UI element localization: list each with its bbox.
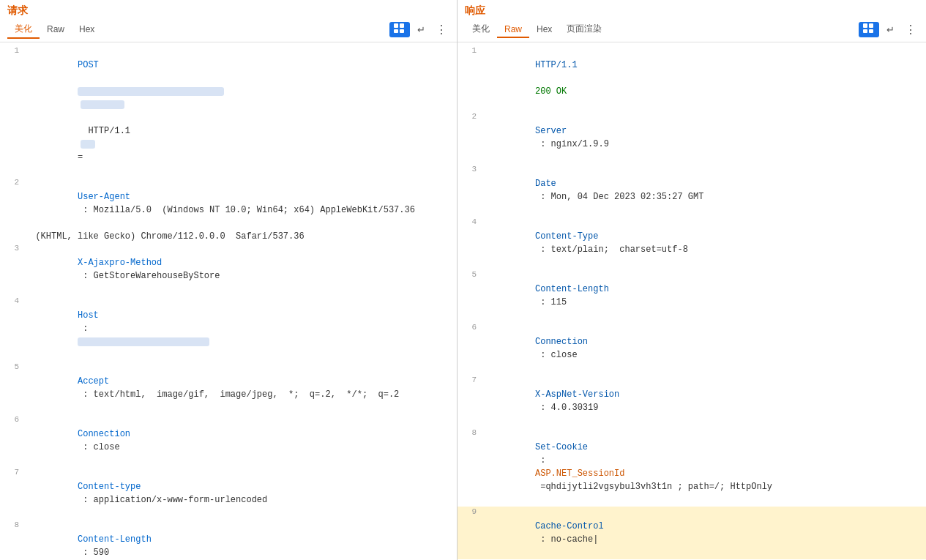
table-row: 6 Connection : close: [458, 322, 926, 375]
table-row: 8 Set-Cookie : ASP.NET_SessionId =qhdijy…: [458, 428, 926, 507]
svg-rect-3: [400, 29, 404, 33]
left-menu-button[interactable]: ⋮: [433, 21, 449, 38]
left-tab-raw[interactable]: Raw: [40, 22, 72, 38]
right-tab-bar: 美化 Raw Hex 页面渲染 ↵ ⋮: [465, 20, 919, 39]
table-row: 8 Content-Length : 590: [0, 520, 457, 560]
format-icon: [394, 23, 406, 34]
left-panel-title: 请求: [7, 4, 449, 18]
table-row: 1 POST HTTP/1.1 =: [0, 45, 457, 177]
main-container: 请求 美化 Raw Hex ↵ ⋮: [0, 0, 926, 560]
right-tab-beautify[interactable]: 美化: [465, 20, 497, 39]
left-tab-actions: ↵ ⋮: [389, 21, 449, 38]
svg-rect-2: [394, 29, 398, 33]
svg-rect-6: [863, 29, 867, 33]
left-tab-bar: 美化 Raw Hex ↵ ⋮: [7, 20, 449, 39]
right-code-area[interactable]: 1 HTTP/1.1 200 OK 2 Server : nginx/1.9.9…: [458, 42, 926, 560]
left-tab-beautify[interactable]: 美化: [7, 20, 40, 39]
right-panel-header: 响应 美化 Raw Hex 页面渲染 ↵ ⋮: [458, 0, 926, 42]
left-panel-header: 请求 美化 Raw Hex ↵ ⋮: [0, 0, 457, 42]
table-row: 2 Server : nginx/1.9.9: [458, 111, 926, 164]
table-row: 7 X-AspNet-Version : 4.0.30319: [458, 375, 926, 428]
right-tab-actions: ↵ ⋮: [859, 21, 919, 38]
table-row: 5 Accept : text/html, image/gif, image/j…: [0, 362, 457, 414]
right-newline-button[interactable]: ↵: [884, 23, 897, 37]
table-row: 5 Content-Length : 115: [458, 269, 926, 322]
left-format-button[interactable]: [389, 22, 410, 37]
right-tab-hex[interactable]: Hex: [529, 22, 559, 38]
table-row: 4 Content-Type : text/plain; charset=utf…: [458, 217, 926, 269]
svg-rect-5: [869, 23, 873, 28]
right-panel-title: 响应: [465, 4, 919, 18]
right-tab-render[interactable]: 页面渲染: [559, 20, 609, 39]
table-row: 9 Cache-Control : no-cache: [458, 507, 926, 559]
table-row: 6 Connection : close: [0, 414, 457, 467]
table-row: 1 HTTP/1.1 200 OK: [458, 45, 926, 111]
table-row: (KHTML, like Gecko) Chrome/112.0.0.0 Saf…: [0, 230, 457, 243]
right-format-icon: [863, 23, 875, 34]
right-tab-raw[interactable]: Raw: [497, 22, 529, 38]
table-row: 4 Host :: [0, 296, 457, 362]
svg-rect-0: [394, 23, 398, 28]
svg-rect-4: [863, 23, 867, 28]
svg-rect-1: [400, 23, 404, 28]
right-menu-button[interactable]: ⋮: [902, 21, 919, 38]
table-row: 3 X-Ajaxpro-Method : GetStoreWarehouseBy…: [0, 243, 457, 296]
table-row: 3 Date : Mon, 04 Dec 2023 02:35:27 GMT: [458, 164, 926, 217]
left-tab-hex[interactable]: Hex: [72, 22, 102, 38]
left-code-area[interactable]: 1 POST HTTP/1.1 = 2 User-Agent :: [0, 42, 457, 560]
table-row: 7 Content-type : application/x-www-form-…: [0, 467, 457, 520]
right-panel: 响应 美化 Raw Hex 页面渲染 ↵ ⋮: [458, 0, 926, 560]
left-panel: 请求 美化 Raw Hex ↵ ⋮: [0, 0, 458, 560]
left-newline-button[interactable]: ↵: [414, 23, 428, 37]
table-row: 2 User-Agent : Mozilla/5.0 (Windows NT 1…: [0, 177, 457, 230]
svg-rect-7: [869, 29, 873, 33]
right-format-button[interactable]: [859, 22, 879, 37]
